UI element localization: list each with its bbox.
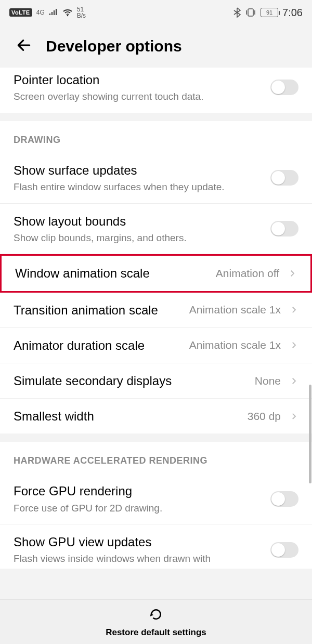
section-divider bbox=[0, 113, 312, 121]
toggle-switch[interactable] bbox=[270, 80, 298, 95]
setting-subtitle: Flash views inside windows when drawn wi… bbox=[14, 552, 262, 566]
status-bar: VoLTE 4G 51 B/s 91 7:06 bbox=[0, 0, 312, 25]
setting-value: Animation scale 1x bbox=[189, 304, 281, 316]
back-arrow-icon[interactable] bbox=[16, 37, 32, 56]
toggle-switch[interactable] bbox=[270, 221, 298, 236]
setting-title: Animator duration scale bbox=[14, 337, 181, 353]
setting-value: Animation scale 1x bbox=[189, 339, 281, 351]
restore-label: Restore default settings bbox=[106, 627, 206, 638]
setting-value: None bbox=[255, 375, 281, 387]
setting-title: Transition animation scale bbox=[14, 302, 181, 318]
setting-pointer-location-partial: Pointer location Screen overlay showing … bbox=[0, 68, 312, 113]
setting-title: Show layout bounds bbox=[14, 213, 262, 229]
battery-percent: 91 bbox=[266, 9, 272, 16]
battery-indicator: 91 bbox=[261, 8, 278, 17]
setting-title: Show GPU view updates bbox=[14, 534, 262, 550]
setting-smallest-width[interactable]: Smallest width 360 dp bbox=[0, 399, 312, 433]
chevron-right-icon bbox=[289, 376, 298, 386]
bluetooth-icon bbox=[233, 7, 241, 18]
speed-unit: B/s bbox=[77, 12, 86, 19]
chevron-right-icon bbox=[289, 412, 298, 421]
network-type: 4G bbox=[36, 9, 45, 16]
setting-show-layout-bounds[interactable]: Show layout bounds Show clip bounds, mar… bbox=[0, 204, 312, 255]
section-header-hardware: HARDWARE ACCELERATED RENDERING bbox=[0, 442, 312, 474]
app-header: Developer options bbox=[0, 25, 312, 68]
setting-title: Smallest width bbox=[14, 408, 239, 424]
setting-show-surface-updates[interactable]: Show surface updates Flash entire window… bbox=[0, 153, 312, 204]
setting-subtitle: Flash entire window surfaces when they u… bbox=[14, 180, 262, 194]
volte-badge: VoLTE bbox=[9, 8, 32, 17]
setting-subtitle: Show clip bounds, margins, and others. bbox=[14, 231, 262, 245]
toggle-switch[interactable] bbox=[270, 170, 298, 186]
setting-subtitle: Screen overlay showing current touch dat… bbox=[14, 90, 262, 103]
toggle-switch[interactable] bbox=[270, 491, 298, 507]
setting-animator-duration-scale[interactable]: Animator duration scale Animation scale … bbox=[0, 328, 312, 363]
mobile-network-indicator: 4G bbox=[36, 9, 45, 16]
setting-simulate-secondary-displays[interactable]: Simulate secondary displays None bbox=[0, 363, 312, 399]
toggle-switch[interactable] bbox=[270, 542, 298, 558]
clock: 7:06 bbox=[282, 7, 303, 19]
setting-value: 360 dp bbox=[248, 410, 281, 423]
setting-show-gpu-view-updates[interactable]: Show GPU view updates Flash views inside… bbox=[0, 524, 312, 569]
vibrate-icon bbox=[245, 8, 256, 17]
section-drawing: DRAWING Show surface updates Flash entir… bbox=[0, 121, 312, 434]
setting-title: Simulate secondary displays bbox=[14, 373, 246, 389]
scrollbar[interactable] bbox=[309, 385, 311, 483]
setting-subtitle: Force use of GPU for 2D drawing. bbox=[14, 502, 262, 515]
setting-title: Force GPU rendering bbox=[14, 483, 262, 499]
signal-icon bbox=[49, 9, 58, 16]
section-header-drawing: DRAWING bbox=[0, 121, 312, 153]
setting-window-animation-scale[interactable]: Window animation scale Animation off bbox=[0, 254, 312, 292]
section-divider bbox=[0, 433, 312, 442]
svg-point-0 bbox=[67, 15, 68, 17]
setting-transition-animation-scale[interactable]: Transition animation scale Animation sca… bbox=[0, 293, 312, 328]
svg-rect-1 bbox=[248, 9, 253, 16]
restore-defaults-button[interactable]: Restore default settings bbox=[0, 599, 312, 644]
setting-value: Animation off bbox=[216, 267, 279, 280]
setting-title: Pointer location bbox=[14, 72, 262, 88]
chevron-right-icon bbox=[288, 269, 297, 278]
restore-icon bbox=[148, 607, 164, 624]
chevron-right-icon bbox=[289, 340, 298, 350]
page-title: Developer options bbox=[46, 37, 182, 55]
wifi-icon bbox=[62, 8, 73, 17]
chevron-right-icon bbox=[289, 305, 298, 314]
setting-pointer-location[interactable]: Pointer location Screen overlay showing … bbox=[0, 68, 312, 113]
setting-title: Window animation scale bbox=[15, 265, 207, 281]
setting-title: Show surface updates bbox=[14, 162, 262, 178]
network-speed: 51 B/s bbox=[77, 6, 86, 19]
section-hardware-accelerated: HARDWARE ACCELERATED RENDERING Force GPU… bbox=[0, 442, 312, 569]
setting-force-gpu-rendering[interactable]: Force GPU rendering Force use of GPU for… bbox=[0, 474, 312, 524]
